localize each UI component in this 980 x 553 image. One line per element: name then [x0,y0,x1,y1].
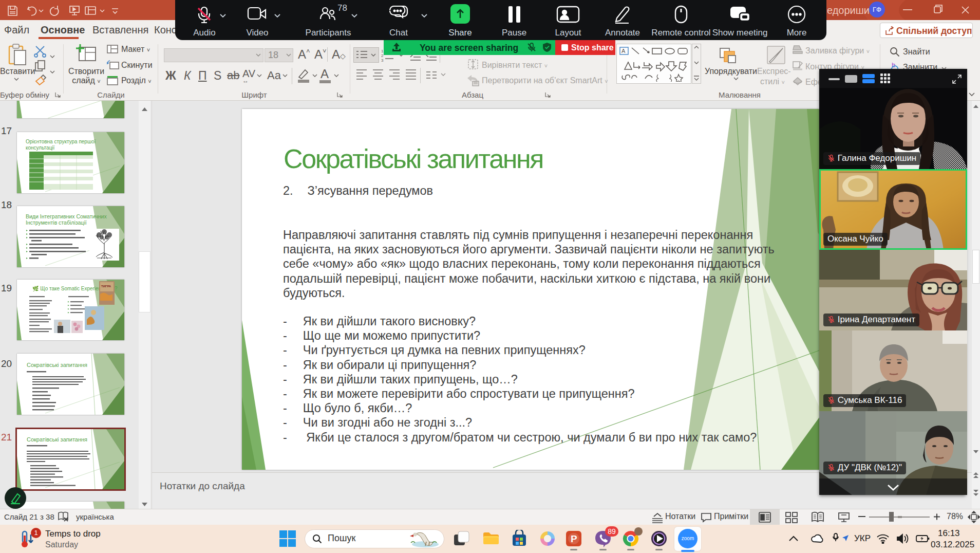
svg-text:консультації: консультації [26,145,55,151]
svg-text:Види Інтегративних Соматичних: Види Інтегративних Соматичних [26,213,107,219]
svg-text:А: А [621,48,626,54]
svg-text:Орієнтовна структура першої: Орієнтовна структура першої [26,139,96,144]
svg-text:Сократівські запитання: Сократівські запитання [27,436,87,443]
svg-text:Інструментів стабілізації: Інструментів стабілізації [26,219,87,226]
svg-text:3: 3 [381,58,384,62]
svg-text:Сократівські запитання: Сократівські запитання [27,362,87,368]
svg-text:ТИГРА: ТИГРА [101,285,111,288]
svg-text:P: P [571,533,577,544]
